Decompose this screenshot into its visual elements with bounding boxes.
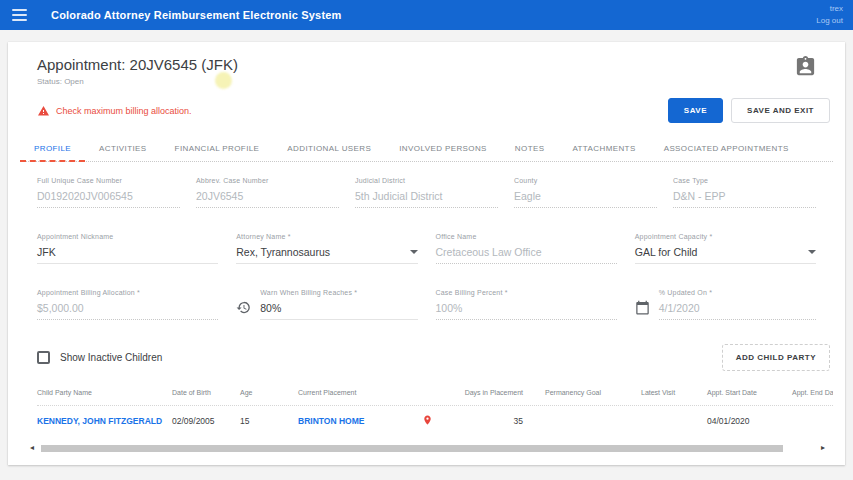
appbar-user-area: trex Log out (816, 3, 843, 26)
field-value: GAL for Child (635, 246, 698, 258)
field-value: D&N - EPP (673, 190, 816, 208)
field-value: 4/1/2020 (659, 302, 816, 320)
billing-warning: Check maximum billing allocation. (37, 105, 192, 117)
chevron-down-icon[interactable] (808, 250, 816, 254)
tab-involved-persons[interactable]: INVOLVED PERSONS (385, 139, 501, 161)
field-label: Judicial District (355, 177, 498, 184)
field-label: Full Unique Case Number (37, 177, 180, 184)
field-abbrev-case-number: Abbrev. Case Number 20JV6545 (196, 177, 339, 208)
cell-age: 15 (240, 416, 298, 426)
action-row: Check maximum billing allocation. SAVE S… (8, 86, 845, 123)
save-button[interactable]: SAVE (668, 98, 723, 123)
checkbox-label: Show Inactive Children (60, 352, 162, 363)
appointment-card: Appointment: 20JV6545 (JFK) Status: Open… (8, 42, 845, 465)
field-label: Warn When Billing Reaches * (260, 289, 417, 296)
menu-icon[interactable] (12, 9, 27, 21)
nickname-input[interactable]: JFK (37, 246, 218, 264)
case-info-row: Full Unique Case Number D0192020JV006545… (37, 177, 816, 208)
card-header: Appointment: 20JV6545 (JFK) Status: Open (8, 42, 845, 86)
field-appointment-capacity: Appointment Capacity * GAL for Child (635, 233, 816, 264)
field-label: County (514, 177, 657, 184)
field-billing-allocation: Appointment Billing Allocation * $5,000.… (37, 289, 218, 320)
cell-map (410, 413, 445, 429)
warn-threshold-input[interactable]: 80% (260, 302, 417, 320)
location-pin-icon[interactable] (422, 413, 433, 427)
field-case-type: Case Type D&N - EPP (673, 177, 816, 208)
contact-badge-icon[interactable] (794, 54, 817, 79)
calendar-icon[interactable] (635, 300, 650, 315)
checkbox-unchecked[interactable] (37, 351, 50, 364)
warning-text: Check maximum billing allocation. (56, 106, 192, 116)
save-and-exit-button[interactable]: SAVE AND EXIT (731, 98, 830, 123)
horizontal-scrollbar: ◂ ▸ (30, 444, 825, 452)
children-table: Child Party Name Date of Birth Age Curre… (8, 389, 833, 436)
chevron-down-icon[interactable] (410, 250, 418, 254)
status-text: Status: Open (37, 77, 817, 86)
scrollbar-thumb[interactable] (41, 445, 783, 452)
field-warn-when-billing-reaches: Warn When Billing Reaches * 80% (236, 289, 417, 320)
show-inactive-children-checkbox-row[interactable]: Show Inactive Children (37, 351, 162, 364)
scrollbar-track[interactable] (41, 445, 814, 452)
child-name-link[interactable]: KENNEDY, JOHN FITZGERALD (37, 416, 172, 426)
billing-info-row: Appointment Billing Allocation * $5,000.… (37, 289, 816, 320)
field-case-billing-percent: Case Billing Percent * 100% (436, 289, 617, 320)
appointment-info-row: Appointment Nickname JFK Attorney Name *… (37, 233, 816, 264)
col-appt-start-date: Appt. Start Date (707, 389, 792, 396)
field-value: Rex, Tyrannosaurus (236, 246, 330, 258)
field-label: Appointment Billing Allocation * (37, 289, 218, 296)
field-appointment-nickname: Appointment Nickname JFK (37, 233, 218, 264)
field-label: Case Billing Percent * (436, 289, 617, 296)
col-child-party-name: Child Party Name (37, 389, 172, 396)
app-bar: Colorado Attorney Reimbursement Electron… (0, 0, 853, 30)
field-office-name: Office Name Cretaceous Law Office (436, 233, 617, 264)
field-attorney-name: Attorney Name * Rex, Tyrannosaurus (236, 233, 417, 264)
field-value: Cretaceous Law Office (436, 246, 617, 264)
field-county: County Eagle (514, 177, 657, 208)
placement-link[interactable]: BRINTON HOME (298, 416, 410, 426)
attorney-name-select[interactable]: Rex, Tyrannosaurus (236, 246, 417, 264)
field-value: Eagle (514, 190, 657, 208)
children-toolbar: Show Inactive Children ADD CHILD PARTY (8, 320, 845, 371)
tab-associated-appointments[interactable]: ASSOCIATED APPOINTMENTS (650, 139, 803, 161)
tab-additional-users[interactable]: ADDITIONAL USERS (273, 139, 385, 161)
field-label: % Updated On * (659, 289, 816, 296)
tab-notes[interactable]: NOTES (501, 139, 559, 161)
field-label: Appointment Nickname (37, 233, 218, 240)
logout-link[interactable]: Log out (816, 15, 843, 27)
col-age: Age (240, 389, 298, 396)
tab-attachments[interactable]: ATTACHMENTS (558, 139, 649, 161)
cell-appt-start-date: 04/01/2020 (707, 416, 792, 426)
tab-profile[interactable]: PROFILE (20, 139, 85, 162)
scroll-left-arrow[interactable]: ◂ (30, 444, 34, 452)
tab-activities[interactable]: ACTIVITIES (85, 139, 161, 161)
col-latest-visit: Latest Visit (633, 389, 707, 396)
tab-financial-profile[interactable]: FINANCIAL PROFILE (161, 139, 274, 161)
field-label: Case Type (673, 177, 816, 184)
user-name: trex (816, 3, 843, 15)
col-date-of-birth: Date of Birth (172, 389, 240, 396)
col-appt-end-date: Appt. End Date (792, 389, 833, 396)
field-label: Abbrev. Case Number (196, 177, 339, 184)
table-header-row: Child Party Name Date of Birth Age Curre… (37, 389, 833, 406)
warning-triangle-icon (37, 105, 50, 117)
save-buttons: SAVE SAVE AND EXIT (668, 98, 830, 123)
field-judicial-district: Judicial District 5th Judicial District (355, 177, 498, 208)
tab-bar: PROFILE ACTIVITIES FINANCIAL PROFILE ADD… (20, 139, 833, 162)
appointment-capacity-select[interactable]: GAL for Child (635, 246, 816, 264)
field-value: D0192020JV006545 (37, 190, 180, 208)
col-map (410, 389, 445, 396)
history-icon[interactable] (236, 300, 251, 315)
field-value: $5,000.00 (37, 302, 218, 320)
field-value: 20JV6545 (196, 190, 339, 208)
col-days-in-placement: Days in Placement (445, 389, 535, 396)
cell-days-in-placement: 35 (445, 416, 535, 426)
field-label: Office Name (436, 233, 617, 240)
cell-dob: 02/09/2005 (172, 416, 240, 426)
field-label: Appointment Capacity * (635, 233, 816, 240)
profile-form: Full Unique Case Number D0192020JV006545… (8, 177, 845, 320)
field-label: Attorney Name * (236, 233, 417, 240)
scroll-right-arrow[interactable]: ▸ (821, 444, 825, 452)
add-child-party-button[interactable]: ADD CHILD PARTY (722, 344, 830, 371)
field-full-unique-case-number: Full Unique Case Number D0192020JV006545 (37, 177, 180, 208)
app-title: Colorado Attorney Reimbursement Electron… (51, 9, 342, 21)
